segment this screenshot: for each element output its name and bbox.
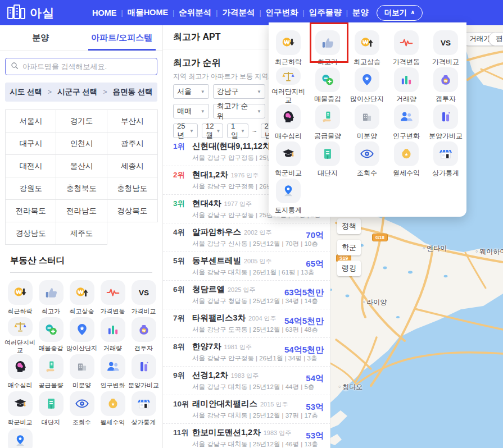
- tool-pulse[interactable]: 가격변동: [97, 280, 128, 317]
- ranking-item[interactable]: 10위래미안대치팰리스2015 입주서울 강남구 대치동 | 25년12월 | …: [163, 395, 330, 424]
- ranking-item[interactable]: 9위선경1,2차1983 입주서울 강남구 대치동 | 25년12월 | 44평…: [163, 367, 330, 395]
- search-input[interactable]: [22, 62, 152, 71]
- tool-map-pin[interactable]: 토지통계: [269, 179, 308, 216]
- tool-double-bar[interactable]: 분양가비교: [426, 104, 465, 141]
- tool-vs[interactable]: VS가격비교: [426, 30, 465, 67]
- tool-brain[interactable]: 매수심리: [4, 354, 35, 391]
- map-layer-button-랭킹[interactable]: 랭킹: [337, 260, 361, 276]
- region-cell[interactable]: 충청남도: [107, 177, 157, 200]
- breadcrumb-step-1[interactable]: 시도 선택: [10, 87, 42, 97]
- tool-pin-star[interactable]: 많이산단지: [66, 317, 97, 354]
- sort-select[interactable]: 최고가 순위▼: [213, 104, 265, 118]
- region-cell[interactable]: 광주시: [107, 132, 157, 155]
- map-layer-button-정책[interactable]: 정책: [337, 218, 361, 234]
- tool-eye[interactable]: 조회수: [347, 141, 387, 179]
- tool-double-bar[interactable]: 분양가비교: [128, 354, 159, 391]
- nav-item-7[interactable]: 분양: [350, 7, 371, 18]
- more-button[interactable]: 더보기 ∧: [377, 5, 423, 21]
- ranking-item[interactable]: 6위청담르엘2025 입주서울 강남구 청담동 | 25년12월 | 34평 |…: [163, 281, 330, 309]
- nav-item-1[interactable]: HOME: [90, 8, 119, 17]
- region-cell[interactable]: 전라남도: [56, 200, 107, 222]
- tool-bar-chart[interactable]: 거래량: [387, 67, 426, 104]
- map-layer-button-학군[interactable]: 학군: [337, 240, 361, 255]
- tool-apartment[interactable]: 대단지: [35, 391, 66, 428]
- nav-item-5[interactable]: 인구변화: [264, 7, 301, 18]
- trade-type-select[interactable]: 매매▼: [173, 104, 209, 118]
- tool-gray-building[interactable]: 미분양: [66, 354, 97, 391]
- sido-select[interactable]: 서울▼: [173, 84, 209, 99]
- tool-store[interactable]: 상가통계: [128, 391, 159, 428]
- region-cell[interactable]: 제주도: [56, 222, 107, 245]
- tool-scale[interactable]: 여러단지비교: [269, 67, 308, 104]
- tool-plus-minus[interactable]: 매물증감: [35, 317, 66, 354]
- region-cell[interactable]: 강원도: [6, 177, 56, 200]
- start-year-select[interactable]: 25년▼: [173, 124, 198, 138]
- tool-plus-minus[interactable]: 매물증감: [308, 67, 347, 104]
- region-cell[interactable]: 부산시: [107, 110, 157, 132]
- tool-grad-cap[interactable]: 학군비교: [269, 141, 308, 179]
- region-cell[interactable]: 경상북도: [107, 200, 157, 222]
- breadcrumb-step-2[interactable]: 시군구 선택: [57, 87, 97, 97]
- start-month-select[interactable]: 12월▼: [202, 124, 223, 138]
- tool-label: 학군비교: [269, 169, 308, 177]
- ranking-item[interactable]: 4위알파임하우스2002 입주서울 강남구 신사동 | 25년12월 | 70평…: [163, 223, 330, 252]
- tool-people[interactable]: 인구변화: [387, 104, 426, 141]
- tool-gray-building[interactable]: 미분양: [347, 104, 387, 141]
- tool-coin-down[interactable]: ₩최근하락: [269, 30, 308, 67]
- double-bar-icon: [137, 359, 151, 374]
- region-cell[interactable]: 경기도: [56, 110, 107, 132]
- region-cell[interactable]: 울산시: [56, 155, 107, 177]
- tool-eye[interactable]: 조회수: [66, 391, 97, 428]
- region-cell[interactable]: 전라북도: [6, 200, 56, 222]
- tool-tile: [315, 141, 340, 166]
- tool-grad-cap[interactable]: 학군비교: [4, 391, 35, 428]
- tool-bar-chart[interactable]: 거래량: [97, 317, 128, 354]
- start-day-select[interactable]: 1일▼: [227, 124, 248, 138]
- tool-apartment[interactable]: 대단지: [308, 141, 347, 179]
- nav-item-6[interactable]: 입주물량: [307, 7, 344, 18]
- region-cell[interactable]: 서울시: [6, 110, 56, 132]
- region-cell[interactable]: 대구시: [6, 132, 56, 155]
- tool-thumbs-up[interactable]: 최고가: [35, 280, 66, 317]
- tool-people[interactable]: 인구변화: [97, 354, 128, 391]
- apartment-name: 청담르엘: [192, 284, 225, 295]
- nav-item-2[interactable]: 매물HOME: [125, 7, 171, 18]
- tool-hand-building[interactable]: 공급물량: [35, 354, 66, 391]
- tool-money-bag[interactable]: 월세수익: [387, 141, 426, 179]
- tool-brain[interactable]: 매수심리: [269, 104, 308, 141]
- ranking-item[interactable]: 5위동부센트레빌2005 입주서울 강남구 대치동 | 26년1월 | 61평 …: [163, 252, 330, 281]
- ranking-item[interactable]: 11위한보미도맨션1,2차1983 입주서울 강남구 대치동 | 25년12월 …: [163, 424, 330, 448]
- apartment-search-box[interactable]: [5, 58, 157, 75]
- region-cell[interactable]: 대전시: [6, 155, 56, 177]
- region-cell[interactable]: 충청북도: [56, 177, 107, 200]
- tool-coin-up[interactable]: ₩최고상승: [347, 30, 387, 67]
- brain-icon: [13, 359, 28, 374]
- tool-hand-building[interactable]: 공급물량: [308, 104, 347, 141]
- sigungu-select[interactable]: 강남구▼: [213, 84, 265, 99]
- tool-coin-down[interactable]: ₩최근하락: [4, 280, 35, 317]
- tool-piggy-bank[interactable]: ₩갭투자: [426, 67, 465, 104]
- tool-scale[interactable]: 여러단지비교: [4, 317, 35, 354]
- tool-pulse[interactable]: 가격변동: [387, 30, 426, 67]
- nav-item-3[interactable]: 순위분석: [176, 7, 214, 18]
- region-cell[interactable]: 인천시: [56, 132, 107, 155]
- tool-coin-up[interactable]: ₩최고상승: [66, 280, 97, 317]
- tool-pin-star[interactable]: 많이산단지: [347, 67, 387, 104]
- tool-money-bag[interactable]: 월세수익: [97, 391, 128, 428]
- tool-thumbs-up[interactable]: 최고가: [308, 30, 347, 67]
- logo[interactable]: 아실: [0, 4, 90, 22]
- map-toggle-pill-평[interactable]: 평: [488, 32, 503, 46]
- tool-store[interactable]: 상가통계: [426, 141, 465, 179]
- breadcrumb-step-3[interactable]: 읍면동 선택: [112, 87, 152, 97]
- tool-map-pin[interactable]: 토지통계: [4, 428, 35, 448]
- tool-tile: [70, 317, 94, 342]
- region-cell[interactable]: 경상남도: [6, 222, 56, 245]
- ranking-item[interactable]: 8위한양7차1981 입주서울 강남구 압구정동 | 26년1월 | 34평 |…: [163, 338, 330, 367]
- region-cell[interactable]: 세종시: [107, 155, 157, 177]
- tab-apartment[interactable]: 아파트/오피스텔: [81, 25, 163, 51]
- ranking-item[interactable]: 7위타워팰리스3차2004 입주서울 강남구 도곡동 | 25년12월 | 63…: [163, 309, 330, 338]
- tab-bunyang[interactable]: 분양: [0, 25, 81, 51]
- nav-item-4[interactable]: 가격분석: [220, 7, 257, 18]
- tool-vs[interactable]: VS가격비교: [128, 280, 159, 317]
- tool-piggy-bank[interactable]: ₩갭투자: [128, 317, 159, 354]
